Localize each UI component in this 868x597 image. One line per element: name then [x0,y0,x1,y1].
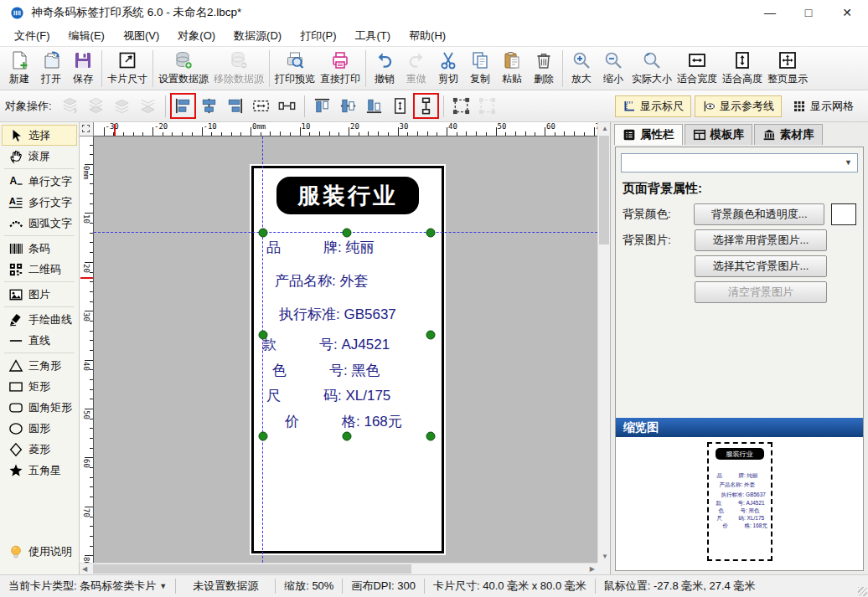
tool-pen[interactable]: 手绘曲线 [2,309,77,330]
selection-handle[interactable] [343,229,352,238]
menu-item-7[interactable]: 帮助(H) [400,25,455,47]
card-size-button[interactable]: 卡片尺寸 [105,49,150,88]
new-file-button[interactable]: 新建 [3,49,35,88]
tool-line[interactable]: 直线 [2,330,77,351]
selection-handle[interactable] [426,229,436,238]
tool-rect[interactable]: 矩形 [2,376,77,397]
help-button[interactable]: 使用说明 [2,541,77,562]
layer-up-button[interactable] [110,94,134,118]
undo-button[interactable]: 撤销 [369,49,400,88]
zoom-out-button[interactable]: 缩小 [597,49,629,88]
label-title-object[interactable]: 服装行业 [276,177,419,214]
datasource-remove-button[interactable]: 移除数据源 [211,49,266,88]
tool-triangle[interactable]: 三角形 [2,355,77,376]
horizontal-scroll-thumb[interactable] [93,564,411,574]
label-text-object[interactable]: 产品名称: 外套 [275,271,368,291]
tool-qrcode[interactable]: 二维码 [2,259,77,280]
menu-item-3[interactable]: 对象(O) [168,25,225,47]
vertical-scrollbar[interactable]: ▲ ▼ [597,122,610,563]
label-text-object[interactable]: 价 格: 168元 [285,412,402,431]
align-left-button[interactable] [171,94,195,118]
tool-hand[interactable]: 滚屏 [2,146,77,167]
layer-down-button[interactable] [136,94,160,118]
selection-handle[interactable] [343,432,352,441]
selection-handle[interactable] [259,432,268,441]
tab-template[interactable]: 模板库 [685,124,753,145]
label-page[interactable]: 服装行业 品 牌: 纯丽产品名称: 外套执行标准: GB5637款 号: AJ4… [250,164,446,555]
menu-item-6[interactable]: 工具(T) [345,25,400,47]
selection-handle[interactable] [259,331,268,340]
align-middle-v-button[interactable] [336,94,360,118]
same-height-button[interactable] [388,94,412,118]
fit-height-button[interactable]: 适合高度 [720,49,765,88]
open-file-button[interactable]: 打开 [35,49,67,88]
selection-handle[interactable] [426,432,436,441]
align-right-button[interactable] [223,94,247,118]
v-space-button[interactable] [414,94,438,118]
selection-handle[interactable] [426,331,436,340]
delete-button[interactable]: 删除 [528,49,560,88]
status-card-type[interactable]: 当前卡片类型: 条码标签类卡片▼ [0,579,175,594]
print-preview-button[interactable]: 打印预览 [272,49,318,88]
redo-button[interactable]: 重做 [400,49,432,88]
bg-image-other-button[interactable]: 选择其它背景图片... [695,255,827,277]
tool-text-arc[interactable]: 圆弧文字 [2,213,77,234]
resize-grip[interactable] [858,587,867,596]
minimize-button[interactable]: — [751,0,789,25]
align-top-button[interactable] [310,94,334,118]
menu-item-4[interactable]: 数据源(D) [225,25,291,47]
maximize-button[interactable]: □ [789,0,828,25]
label-text-object[interactable]: 色 号: 黑色 [272,361,380,380]
vertical-scroll-thumb[interactable] [599,136,609,244]
tab-list[interactable]: 属性栏 [614,124,683,145]
bg-image-common-button[interactable]: 选择常用背景图片... [695,229,827,251]
chevron-down-icon[interactable]: ▼ [159,582,167,590]
scroll-left-icon[interactable]: ◀ [82,565,87,573]
tool-star[interactable]: 五角星 [2,460,77,481]
label-text-object[interactable]: 尺 码: XL/175 [266,386,390,405]
horizontal-scrollbar[interactable]: ◀ ▶ [80,563,597,574]
same-width-button[interactable] [249,94,273,118]
vertical-guide-line[interactable] [262,136,263,563]
scroll-down-icon[interactable]: ▼ [602,553,608,560]
grid-toggle[interactable]: 显示网格 [785,95,861,117]
bg-image-clear-button[interactable]: 清空背景图片 [695,281,827,303]
layer-front-button[interactable] [58,94,82,118]
group-button[interactable] [449,94,473,118]
full-page-button[interactable]: 整页显示 [765,49,810,88]
tool-barcode[interactable]: 条码 [2,238,77,259]
actual-size-button[interactable]: 实际大小 [629,49,674,88]
align-center-h-button[interactable] [197,94,221,118]
label-text-object[interactable]: 执行标准: GB5637 [279,305,396,324]
print-button[interactable]: 直接打印 [318,49,363,88]
zoom-in-button[interactable]: 放大 [566,49,597,88]
label-text-object[interactable]: 品 牌: 纯丽 [266,238,374,257]
cut-button[interactable]: 剪切 [432,49,464,88]
tool-round-rect[interactable]: 圆角矩形 [2,397,77,418]
label-border[interactable] [251,166,444,553]
selection-handle[interactable] [259,229,268,238]
paste-button[interactable]: 粘贴 [496,49,528,88]
ruler-toggle[interactable]: 显示标尺 [615,95,691,117]
tab-bank[interactable]: 素材库 [754,124,823,145]
h-space-button[interactable] [275,94,299,118]
fit-width-button[interactable]: 适合宽度 [674,49,720,88]
ungroup-button[interactable] [475,94,499,118]
chevron-down-icon[interactable]: ▼ [841,156,855,170]
tool-image[interactable]: 图片 [2,284,77,305]
tool-text-multi[interactable]: A多行文字 [2,192,77,213]
bg-color-button[interactable]: 背景颜色和透明度... [694,203,824,225]
save-button[interactable]: 保存 [67,49,99,88]
align-bottom-button[interactable] [362,94,386,118]
guides-toggle[interactable]: 显示参考线 [695,95,782,117]
tool-circle[interactable]: 圆形 [2,418,77,439]
datasource-add-button[interactable]: 设置数据源 [156,49,211,88]
tool-text-single[interactable]: A单行文字 [2,171,77,192]
copy-button[interactable]: 复制 [464,49,496,88]
menu-item-1[interactable]: 编辑(E) [59,25,114,47]
menu-item-5[interactable]: 打印(P) [291,25,345,47]
tool-cursor[interactable]: 选择 [2,125,77,146]
scroll-right-icon[interactable]: ▶ [590,565,595,573]
scroll-up-icon[interactable]: ▲ [602,125,608,132]
menu-item-2[interactable]: 视图(V) [114,25,168,47]
